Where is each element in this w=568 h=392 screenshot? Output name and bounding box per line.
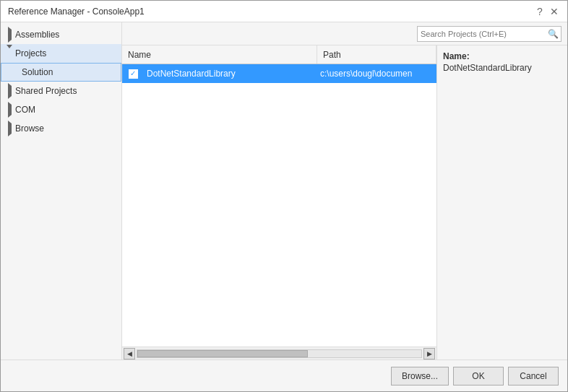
sidebar-item-projects[interactable]: Projects <box>1 44 121 63</box>
col-header-name: Name <box>122 45 317 64</box>
sidebar-item-com[interactable]: COM <box>1 100 121 119</box>
sidebar-item-browse[interactable]: Browse <box>1 119 121 138</box>
sidebar-item-shared-projects-label: Shared Projects <box>15 86 77 96</box>
dialog-body: Assemblies Projects Solution Shared Proj… <box>1 22 567 360</box>
horizontal-scrollbar: ◀ ▶ <box>122 347 436 360</box>
sidebar-item-solution-label: Solution <box>22 67 53 77</box>
title-controls: ? ✕ <box>534 6 560 17</box>
table-area: Name Path DotNetStandardLibrary c:\users… <box>122 45 437 360</box>
col-header-path: Path <box>317 45 436 64</box>
triangle-projects <box>7 51 12 56</box>
sidebar: Assemblies Projects Solution Shared Proj… <box>1 22 122 360</box>
search-box[interactable]: 🔍 <box>417 26 561 42</box>
sidebar-item-solution[interactable]: Solution <box>1 63 121 82</box>
scroll-right-button[interactable]: ▶ <box>423 348 435 360</box>
title-bar: Reference Manager - ConsoleApp1 ? ✕ <box>1 1 567 22</box>
content-area: Name Path DotNetStandardLibrary c:\users… <box>122 45 567 360</box>
table-body: DotNetStandardLibrary c:\users\dougl\doc… <box>122 64 436 347</box>
search-icon[interactable]: 🔍 <box>545 26 561 42</box>
table-header: Name Path <box>122 45 436 64</box>
triangle-com <box>7 107 12 113</box>
dialog-title: Reference Manager - ConsoleApp1 <box>8 6 145 17</box>
close-button[interactable]: ✕ <box>548 6 560 17</box>
reference-manager-dialog: Reference Manager - ConsoleApp1 ? ✕ Asse… <box>0 0 568 392</box>
top-bar: 🔍 <box>122 22 567 45</box>
row-checkbox[interactable] <box>129 69 138 79</box>
row-path: c:\users\dougl\documen <box>317 69 436 79</box>
triangle-shared-projects <box>7 88 12 94</box>
sidebar-item-shared-projects[interactable]: Shared Projects <box>1 82 121 100</box>
details-panel: Name: DotNetStandardLibrary <box>437 45 567 360</box>
sidebar-item-projects-label: Projects <box>15 48 46 58</box>
triangle-assemblies <box>7 32 12 38</box>
footer: Browse... OK Cancel <box>1 360 567 391</box>
table-row[interactable]: DotNetStandardLibrary c:\users\dougl\doc… <box>122 64 436 83</box>
details-value: DotNetStandardLibrary <box>443 63 561 73</box>
scroll-thumb[interactable] <box>137 350 308 357</box>
triangle-browse <box>7 126 12 131</box>
sidebar-item-assemblies-label: Assemblies <box>15 30 59 40</box>
scroll-track[interactable] <box>137 349 422 358</box>
help-button[interactable]: ? <box>534 6 546 17</box>
cancel-button[interactable]: Cancel <box>508 367 559 386</box>
sidebar-item-com-label: COM <box>15 105 35 115</box>
search-input[interactable] <box>418 30 545 38</box>
browse-button[interactable]: Browse... <box>391 367 449 386</box>
sidebar-item-browse-label: Browse <box>15 123 44 134</box>
ok-button[interactable]: OK <box>453 367 504 386</box>
row-checkbox-container <box>122 69 144 79</box>
row-name: DotNetStandardLibrary <box>144 69 317 79</box>
details-label: Name: <box>443 51 561 61</box>
main-area: 🔍 Name Path DotNetS <box>122 22 567 360</box>
sidebar-item-assemblies[interactable]: Assemblies <box>1 25 121 44</box>
scroll-left-button[interactable]: ◀ <box>124 348 135 360</box>
